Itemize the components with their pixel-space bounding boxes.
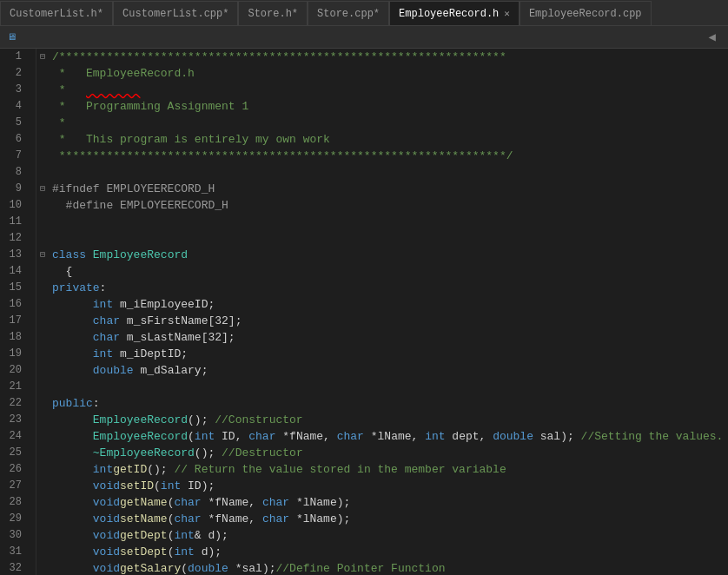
line-number: 1 [0, 49, 29, 65]
code-line: #define EMPLOYEERECORD_H [40, 197, 728, 214]
line-number: 11 [0, 214, 29, 230]
code-line [40, 164, 728, 181]
code-line: int getID(); // Return the value stored … [40, 461, 728, 478]
code-line: double m_dSalary; [40, 362, 728, 379]
line-number: 22 [0, 395, 29, 412]
tab-customerlist-cpp[interactable]: CustomerList.cpp* [113, 1, 238, 25]
line-number: 32 [0, 560, 29, 575]
line-number: 28 [0, 494, 29, 511]
code-line [40, 214, 728, 230]
code-line: * Programming Assignment 1 [40, 98, 728, 115]
tab-label: CustomerList.h* [10, 8, 103, 20]
line-number: 25 [0, 445, 29, 461]
code-content[interactable]: ⊟/**************************************… [36, 49, 728, 575]
line-number: 13 [0, 247, 29, 263]
tab-employeerecord-h[interactable]: EmployeeRecord.h ✕ [389, 1, 520, 25]
project-icon: 🖥 [7, 31, 17, 43]
line-number: 23 [0, 412, 29, 428]
code-line: * [40, 115, 728, 131]
code-line: EmployeeRecord(); //Constructor [40, 412, 728, 428]
code-line: void setDept(int d); [40, 544, 728, 560]
code-line: EmployeeRecord(int ID, char *fName, char… [40, 428, 728, 445]
editor-container: 1234567891011121314151617181920212223242… [0, 49, 728, 575]
code-line: { [40, 263, 728, 280]
code-line: void setID(int ID); [40, 478, 728, 494]
tab-label: EmployeeRecord.cpp [529, 8, 642, 20]
line-number: 21 [0, 379, 29, 395]
line-number: 5 [0, 115, 29, 131]
line-number: 31 [0, 544, 29, 560]
code-line: private: [40, 280, 728, 296]
code-line: ****************************************… [40, 148, 728, 164]
line-number: 19 [0, 346, 29, 362]
line-number: 2 [0, 65, 29, 82]
code-line: void getDept(int& d); [40, 527, 728, 544]
line-number: 3 [0, 82, 29, 98]
line-number: 20 [0, 362, 29, 379]
line-number: 26 [0, 461, 29, 478]
line-numbers: 1234567891011121314151617181920212223242… [0, 49, 36, 575]
line-number: 18 [0, 329, 29, 346]
line-number: 10 [0, 197, 29, 214]
line-number: 24 [0, 428, 29, 445]
tab-label: Store.h* [248, 8, 298, 20]
code-line: void getSalary(double *sal);//Define Poi… [40, 560, 728, 575]
code-line [40, 230, 728, 247]
line-number: 6 [0, 131, 29, 148]
tab-store-h[interactable]: Store.h* [238, 1, 308, 25]
tab-store-cpp[interactable]: Store.cpp* [308, 1, 389, 25]
collapse-icon[interactable]: ⊟ [40, 247, 50, 263]
code-line: void getName(char *fName, char *lName); [40, 494, 728, 511]
code-line: * This program is entirely my own work [40, 131, 728, 148]
code-line: ⊟class EmployeeRecord [40, 247, 728, 263]
line-number: 14 [0, 263, 29, 280]
line-number: 4 [0, 98, 29, 115]
line-number: 30 [0, 527, 29, 544]
line-number: 16 [0, 296, 29, 313]
breadcrumb-bar: 🖥 ◀ [0, 26, 728, 49]
line-number: 8 [0, 164, 29, 181]
code-line: * [40, 82, 728, 98]
code-line: void setName(char *fName, char *lName); [40, 511, 728, 527]
code-line: int m_iDeptID; [40, 346, 728, 362]
line-number: 9 [0, 181, 29, 197]
collapse-icon[interactable]: ⊟ [40, 49, 50, 65]
tab-label: EmployeeRecord.h [399, 8, 499, 20]
code-line: char m_sLastName[32]; [40, 329, 728, 346]
code-line: ~EmployeeRecord(); //Destructor [40, 445, 728, 461]
tab-employeerecord-cpp[interactable]: EmployeeRecord.cpp [520, 1, 652, 25]
close-icon[interactable]: ✕ [504, 8, 510, 19]
line-number: 29 [0, 511, 29, 527]
code-line: ⊟#ifndef EMPLOYEERECORD_H [40, 181, 728, 197]
line-number: 27 [0, 478, 29, 494]
code-line: ⊟/**************************************… [40, 49, 728, 65]
nav-back-icon[interactable]: ◀ [709, 30, 716, 44]
line-number: 12 [0, 230, 29, 247]
tab-bar: CustomerList.h* CustomerList.cpp* Store.… [0, 0, 728, 26]
tab-label: Store.cpp* [317, 8, 380, 20]
code-line: char m_sFirstName[32]; [40, 313, 728, 329]
code-line [40, 379, 728, 395]
tab-label: CustomerList.cpp* [122, 8, 228, 20]
tab-customerlist-h[interactable]: CustomerList.h* [0, 1, 113, 25]
code-line: public: [40, 395, 728, 412]
code-line: int m_iEmployeeID; [40, 296, 728, 313]
line-number: 7 [0, 148, 29, 164]
collapse-icon[interactable]: ⊟ [40, 181, 50, 197]
breadcrumb-right: ◀ [709, 30, 721, 44]
line-number: 17 [0, 313, 29, 329]
line-number: 15 [0, 280, 29, 296]
code-line: * EmployeeRecord.h [40, 65, 728, 82]
